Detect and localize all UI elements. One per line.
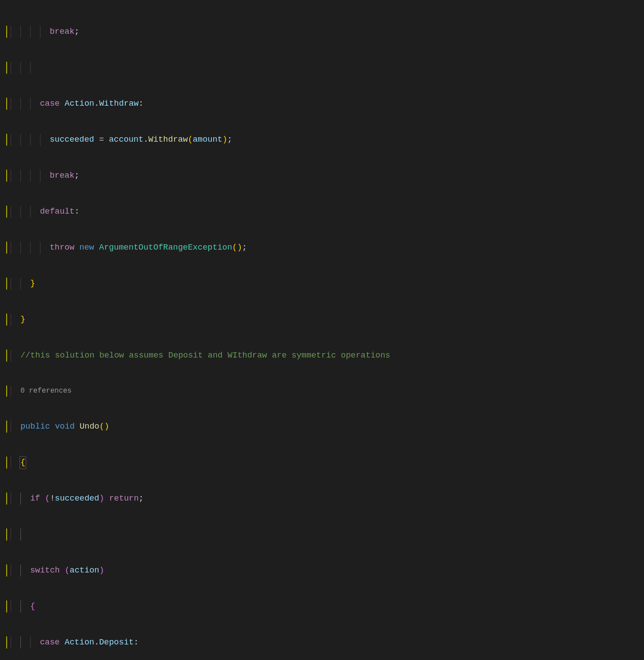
- code-line[interactable]: break;: [6, 170, 644, 182]
- code-line[interactable]: //this solution below assumes Deposit an…: [6, 350, 644, 362]
- code-line[interactable]: switch (action): [6, 565, 644, 577]
- code-line[interactable]: case Action.Deposit:: [6, 636, 644, 648]
- code-line[interactable]: [6, 529, 644, 541]
- code-line[interactable]: default:: [6, 206, 644, 218]
- code-line[interactable]: succeeded = account.Withdraw(amount);: [6, 134, 644, 146]
- code-line[interactable]: }: [6, 278, 644, 290]
- code-editor[interactable]: break; case Action.Withdraw: succeeded =…: [0, 0, 644, 660]
- codelens-references[interactable]: 0 references: [6, 386, 644, 397]
- code-line[interactable]: [6, 62, 644, 74]
- code-line[interactable]: }: [6, 314, 644, 326]
- code-line[interactable]: if (!succeeded) return;: [6, 493, 644, 505]
- brace-highlight: {: [20, 456, 26, 469]
- code-line[interactable]: {: [6, 457, 644, 469]
- code-line[interactable]: public void Undo(): [6, 421, 644, 433]
- code-line[interactable]: {: [6, 600, 644, 612]
- code-line[interactable]: throw new ArgumentOutOfRangeException();: [6, 242, 644, 254]
- code-line[interactable]: break;: [6, 26, 644, 38]
- code-line[interactable]: case Action.Withdraw:: [6, 98, 644, 110]
